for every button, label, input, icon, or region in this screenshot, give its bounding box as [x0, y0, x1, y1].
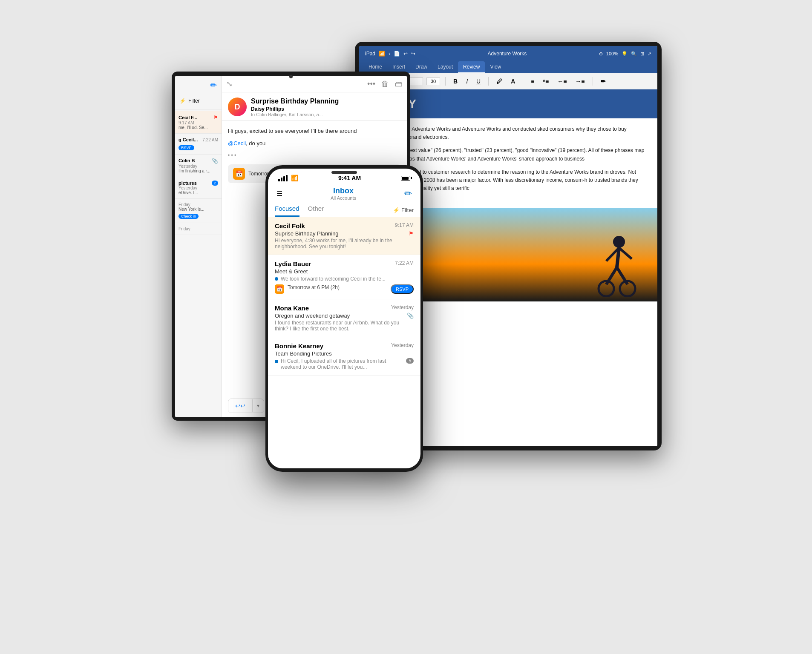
- hamburger-menu-button[interactable]: ☰: [276, 189, 282, 198]
- mail-time-5: Friday: [179, 202, 218, 207]
- mail-sender-name-2: Lydia Bauer: [275, 260, 311, 267]
- doc-icon[interactable]: 📄: [394, 51, 400, 57]
- mail-sender-name-1: Cecil Folk: [275, 222, 305, 229]
- sidebar-mail-item-6[interactable]: Friday: [175, 223, 222, 235]
- status-left: iPad 📶 ‹ 📄 ↩ ↪: [365, 51, 415, 57]
- word-app-title: Adventure Works: [488, 51, 527, 57]
- event-time-2: Tomorrow at 6 PM (2h): [288, 284, 387, 290]
- search-icon[interactable]: 🔍: [631, 51, 637, 57]
- mail-preview-1: Hi everyone, 4:30 works for me, I'll alr…: [275, 238, 414, 250]
- numbered-list-button[interactable]: ⁿ≡: [540, 77, 551, 86]
- sidebar-mail-item-2[interactable]: g Cecil... 7:22 AM RSVP: [175, 134, 222, 155]
- battery-fill: [402, 177, 409, 180]
- ipad-mail-sidebar: ✏ ⚡ Filter Cecil F... ⚑ 9:17 AM me, I'll…: [175, 76, 222, 417]
- undo-icon[interactable]: ↩: [403, 51, 408, 57]
- svg-point-0: [613, 236, 625, 248]
- mail-item-3[interactable]: Mona Kane Yesterday Oregon and weekend g…: [268, 299, 420, 337]
- mail-attachment-3: 📎: [212, 158, 218, 164]
- mail-rsvp-badge[interactable]: RSVP: [179, 145, 194, 150]
- tab-other[interactable]: Other: [308, 205, 324, 217]
- share-icon[interactable]: ↗: [648, 51, 651, 57]
- mail-body-text: Hi guys, excited to see everyone! I'll b…: [228, 127, 401, 136]
- rsvp-pill-2[interactable]: RSVP: [391, 284, 414, 294]
- mail-preview-2: We look forward to welcoming Cecil in th…: [281, 276, 414, 282]
- phone-compose-button[interactable]: ✏: [404, 188, 412, 199]
- tab-view[interactable]: View: [485, 61, 506, 73]
- highlight-button[interactable]: 🖊: [494, 77, 505, 86]
- signal-bar-2: [281, 178, 282, 181]
- mail-flag-icon-1: ⚑: [409, 230, 414, 237]
- font-color-button[interactable]: A: [508, 77, 518, 86]
- word-status-bar: iPad 📶 ‹ 📄 ↩ ↪ Adventure Works ⊕ 100% 💡 …: [359, 46, 657, 61]
- event-row-2: 📅 Tomorrow at 6 PM (2h) RSVP: [275, 284, 414, 294]
- ipad-label: iPad: [365, 51, 375, 57]
- filter-button-phone[interactable]: ⚡ Filter: [393, 207, 414, 217]
- tab-draw[interactable]: Draw: [410, 61, 432, 73]
- svg-line-6: [619, 248, 632, 259]
- mail-detail-header: D Surprise Birthday Planning Daisy Phill…: [222, 92, 407, 121]
- filter-icon-phone: ⚡: [393, 207, 400, 213]
- bullet-list-button[interactable]: ≡: [528, 77, 537, 86]
- mail-badge-4: 2: [212, 181, 218, 186]
- mail-item-1[interactable]: Cecil Folk 9:17 AM Suprise Birthday Plan…: [268, 217, 420, 255]
- increase-indent-button[interactable]: →≡: [573, 77, 587, 86]
- trash-icon[interactable]: 🗑: [381, 80, 389, 89]
- underline-button[interactable]: U: [474, 77, 483, 86]
- outlook-mail-list: Cecil Folk 9:17 AM Suprise Birthday Plan…: [268, 217, 420, 468]
- mail-item-4[interactable]: Bonnie Kearney Yesterday Team Bonding Pi…: [268, 337, 420, 376]
- mail-subject-3: Oregon and weekend getaway 📎: [275, 313, 414, 319]
- mail-preview-4: Hi Cecil, I uploaded all of the pictures…: [281, 358, 403, 370]
- resize-icon[interactable]: ⤡: [226, 79, 233, 89]
- sidebar-mail-item-3[interactable]: Colin B 📎 Yesterday I'm finishing a r...: [175, 155, 222, 177]
- mail-time-2: 7:22 AM: [202, 138, 218, 142]
- bluetooth-icon: ⊕: [599, 51, 603, 57]
- tab-review[interactable]: Review: [458, 61, 485, 73]
- tab-focused[interactable]: Focused: [275, 205, 299, 217]
- mail-preview-1: me, I'll od. Se...: [179, 125, 218, 130]
- outlook-inbox-tabs: Focused Other ⚡ Filter: [268, 205, 420, 217]
- mail-sender-name: Daisy Phillips: [251, 106, 339, 112]
- tab-layout[interactable]: Layout: [432, 61, 458, 73]
- mail-item-1-header: Cecil Folk 9:17 AM: [275, 222, 414, 229]
- mail-sender-3: Colin B: [179, 158, 195, 164]
- mail-subject-2: Meet & Greet: [275, 268, 414, 275]
- battery-text: 100%: [606, 51, 618, 56]
- mail-preview-3: I found these restaurants near our Airbn…: [275, 320, 414, 332]
- detail-header-left: D Surprise Birthday Planning Daisy Phill…: [228, 98, 339, 117]
- mail-subject: Surprise Birthday Planning: [251, 98, 339, 105]
- mail-preview-4: eDrive. I...: [179, 190, 218, 195]
- archive-icon[interactable]: 🗃: [395, 80, 403, 89]
- checkin-badge[interactable]: Check in: [179, 214, 199, 219]
- mail-item-2[interactable]: Lydia Bauer 7:22 AM Meet & Greet We look…: [268, 255, 420, 299]
- mail-time-4: Yesterday: [391, 342, 414, 348]
- decrease-indent-button[interactable]: ←≡: [555, 77, 569, 86]
- mail-time-1: 9:17 AM: [179, 120, 218, 125]
- battery-icon: [401, 176, 410, 181]
- sidebar-mail-item-5[interactable]: Friday New York is... Check in: [175, 199, 222, 223]
- mail-sender-name-4: Bonnie Kearney: [275, 342, 323, 350]
- reply-dropdown-button[interactable]: ▾: [252, 399, 264, 412]
- sidebar-mail-item-4[interactable]: pictures 2 Yesterday eDrive. I...: [175, 177, 222, 199]
- italic-button[interactable]: I: [464, 77, 470, 86]
- compose-button[interactable]: ✏: [210, 80, 217, 90]
- reply-all-icon-btn[interactable]: ↩↩: [228, 399, 252, 413]
- back-icon[interactable]: ‹: [389, 51, 390, 57]
- table-icon[interactable]: ⊞: [640, 51, 644, 57]
- more-options-icon[interactable]: •••: [367, 80, 375, 89]
- filter-button[interactable]: ⚡ Filter: [175, 95, 222, 107]
- lightbulb-icon[interactable]: 💡: [622, 51, 628, 57]
- redo-icon[interactable]: ↪: [411, 51, 415, 57]
- battery-indicator: [401, 176, 410, 181]
- all-accounts-label: All Accounts: [331, 195, 356, 201]
- sidebar-mail-item-1[interactable]: Cecil F... ⚑ 9:17 AM me, I'll od. Se...: [175, 111, 222, 134]
- bold-button[interactable]: B: [451, 77, 460, 86]
- font-size[interactable]: 30: [426, 77, 440, 85]
- mail-flag-1: ⚑: [213, 115, 218, 120]
- event-icon-2: 📅: [275, 284, 284, 294]
- edit-button[interactable]: ✏: [598, 77, 608, 86]
- mail-sender-name-3: Mona Kane: [275, 304, 309, 312]
- mail-recipients: to Colin Ballinger, Kat Larsson, a...: [251, 112, 339, 117]
- mail-time-6: Friday: [179, 227, 218, 231]
- mail-time-2: 7:22 AM: [395, 260, 414, 266]
- inbox-label: Inbox: [331, 186, 356, 195]
